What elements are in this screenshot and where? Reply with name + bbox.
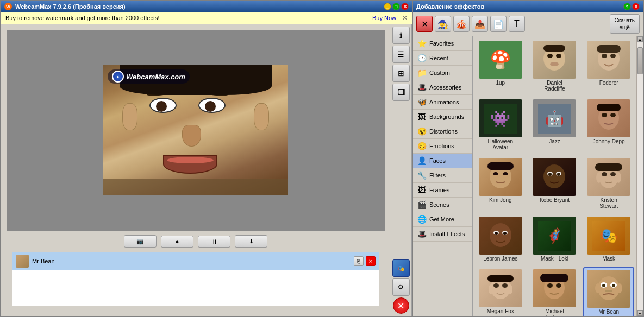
category-custom[interactable]: 📁 Custom — [413, 66, 472, 80]
settings-button[interactable]: ⚙ — [392, 278, 410, 296]
effect-mask[interactable]: 🎭 Mask — [583, 214, 634, 264]
layers-button[interactable]: ⊞ — [392, 65, 410, 82]
buy-now-link[interactable]: Buy Now! — [372, 15, 398, 21]
effect-lebron-label: Lebron James — [483, 256, 517, 262]
text-button[interactable]: T — [509, 16, 525, 32]
effect-lebron[interactable]: Lebron James — [475, 214, 526, 264]
category-install-effects[interactable]: 🎩 Install Effects — [413, 227, 472, 242]
frames-icon: 🖼 — [416, 185, 427, 195]
effect-item[interactable]: Mr Bean ⎘ ✕ — [12, 252, 379, 270]
effect-jazz-label: Jazz — [549, 138, 560, 144]
scrollbar[interactable]: ▲ ▼ — [636, 36, 643, 316]
effect-daniel[interactable]: DanielRadcliffe — [529, 39, 580, 94]
svg-rect-12 — [597, 104, 621, 111]
scroll-thumb[interactable] — [637, 47, 643, 74]
close-button[interactable]: ✕ — [401, 3, 409, 10]
effect-daniel-label: DanielRadcliffe — [544, 80, 565, 92]
effects-grid-container: 🍄 1up DanielRadcliffe Federer — [473, 36, 636, 316]
category-accessories[interactable]: 🎩 Accessories — [413, 80, 472, 95]
download-more-button[interactable]: Скачать ещё — [610, 14, 640, 34]
effects-content: ⭐ Favorites 🕐 Recent 📁 Custom 🎩 Accessor… — [413, 36, 643, 316]
film-button[interactable]: 🎞 — [392, 84, 410, 101]
custom-label: Custom — [429, 69, 450, 76]
effect-mr-bean-image — [587, 270, 630, 308]
effect-michael[interactable]: MichaelJackson — [529, 267, 580, 316]
left-ear — [122, 103, 137, 130]
category-emotions[interactable]: 😊 Emotions — [413, 139, 472, 154]
download-button[interactable]: ⬇ — [235, 235, 267, 248]
filters-label: Filters — [429, 172, 446, 179]
nose — [182, 125, 201, 147]
title-bar: W WebcamMax 7.9.2.6 (Пробная версия) _ □… — [1, 1, 412, 12]
category-faces[interactable]: 👤 Faces — [413, 154, 472, 168]
effect-1up-label: 1up — [496, 80, 505, 86]
svg-point-24 — [610, 172, 616, 176]
svg-rect-36 — [487, 275, 514, 282]
svg-point-40 — [547, 283, 553, 288]
promo-text: Buy to remove watermark and get more tha… — [5, 15, 160, 21]
pause-button[interactable]: ⏸ — [198, 236, 230, 248]
scroll-down-button[interactable]: ▼ — [637, 310, 643, 316]
magic-wand-button[interactable]: 🧙 — [435, 16, 451, 32]
effect-delete-button[interactable]: ✕ — [366, 256, 376, 266]
category-backgrounds[interactable]: 🖼 Backgrounds — [413, 110, 472, 124]
effect-halloween-image: 👾 — [479, 99, 522, 137]
svg-point-2 — [556, 54, 561, 58]
right-close-button[interactable]: ✕ — [632, 3, 640, 10]
effects-open-button[interactable]: 🎭 — [392, 259, 410, 277]
category-scenes[interactable]: 🎬 Scenes — [413, 198, 472, 212]
effect-1up[interactable]: 🍄 1up — [475, 39, 526, 94]
effect-federer[interactable]: Federer — [583, 39, 634, 94]
video-bg: ● WebcamMax.com — [103, 65, 288, 195]
category-filters[interactable]: 🔧 Filters — [413, 168, 472, 183]
svg-point-27 — [616, 172, 621, 183]
info-button[interactable]: ℹ — [392, 27, 410, 44]
effect-mr-bean[interactable]: Mr Bean — [583, 267, 634, 316]
effect-kristen[interactable]: KristenStewart — [583, 156, 634, 211]
category-recent[interactable]: 🕐 Recent — [413, 51, 472, 66]
promo-bar: Buy to remove watermark and get more tha… — [1, 12, 412, 24]
list-button[interactable]: ☰ — [392, 46, 410, 63]
effect-kim-image — [479, 158, 522, 196]
category-frames[interactable]: 🖼 Frames — [413, 183, 472, 198]
add-effect-button[interactable]: 🎪 — [453, 16, 470, 32]
main-area: ● WebcamMax.com 📷 ● ⏸ ⬇ Mr Bean ⎘ — [1, 24, 412, 316]
backgrounds-label: Backgrounds — [429, 113, 464, 120]
remove-effect-button[interactable]: ✕ — [416, 16, 433, 32]
category-favorites[interactable]: ⭐ Favorites — [413, 36, 472, 51]
grid-scroll-area: 🍄 1up DanielRadcliffe Federer — [473, 36, 643, 316]
effect-jazz[interactable]: 🤖 Jazz — [529, 97, 580, 153]
webcam-logo-text: WebcamMax.com — [126, 73, 185, 81]
scroll-up-button[interactable]: ▲ — [637, 36, 643, 42]
effect-thumbnail — [16, 255, 29, 268]
minimize-button[interactable]: _ — [384, 3, 391, 10]
svg-point-7 — [610, 54, 616, 58]
effect-jazz-image: 🤖 — [533, 99, 576, 137]
record-button[interactable]: ● — [161, 236, 193, 248]
effect-kobe[interactable]: Kobe Bryant — [529, 156, 580, 211]
cam-icon: ● — [112, 71, 124, 83]
effect-megan[interactable]: Megan Fox — [475, 267, 526, 316]
effect-loki[interactable]: 🦸 Mask - Loki — [529, 214, 580, 264]
pdf-button[interactable]: 📄 — [490, 16, 507, 32]
category-get-more[interactable]: 🌐 Get More — [413, 212, 472, 227]
promo-close-button[interactable]: ✕ — [402, 14, 408, 22]
effect-halloween[interactable]: 👾 HalloweenAvatar — [475, 97, 526, 153]
category-distortions[interactable]: 😵 Distortions — [413, 124, 472, 139]
effect-michael-image — [533, 269, 576, 307]
svg-rect-4 — [543, 45, 565, 52]
effect-copy-button[interactable]: ⎘ — [354, 256, 364, 266]
effect-kim[interactable]: Kim Jong — [475, 156, 526, 211]
effect-mask-label: Mask — [602, 256, 615, 262]
backgrounds-icon: 🖼 — [416, 111, 427, 122]
svg-point-6 — [602, 54, 607, 58]
stop-button[interactable]: ✕ — [393, 297, 409, 314]
emotions-icon: 😊 — [416, 141, 427, 151]
svg-point-20 — [548, 173, 552, 176]
effect-johnny[interactable]: Johnny Depp — [583, 97, 634, 153]
import-button[interactable]: 📥 — [472, 16, 488, 32]
camera-button[interactable]: 📷 — [124, 235, 157, 248]
category-animations[interactable]: 🦋 Animations — [413, 95, 472, 110]
help-button[interactable]: ? — [623, 3, 631, 10]
maximize-button[interactable]: □ — [392, 3, 400, 10]
